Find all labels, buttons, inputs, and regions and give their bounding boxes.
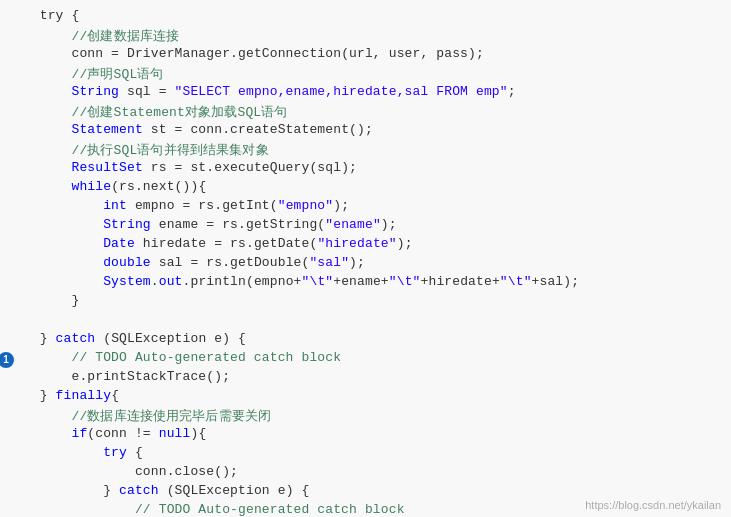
line-text: ResultSet rs = st.executeQuery(sql); <box>8 160 357 175</box>
line-text: //执行SQL语句并得到结果集对象 <box>8 141 269 159</box>
line-text: while(rs.next()){ <box>8 179 206 194</box>
line-text: try { <box>8 8 79 23</box>
code-line <box>0 312 731 331</box>
code-line: System.out.println(empno+"\t"+ename+"\t"… <box>0 274 731 293</box>
code-line: try { <box>0 8 731 27</box>
line-text: // TODO Auto-generated catch block <box>8 502 405 517</box>
code-line: } catch (SQLExcepti​on e) { <box>0 331 731 350</box>
code-line: //创建Statement对象加载SQL语句 <box>0 103 731 122</box>
line-text: try { <box>8 445 143 460</box>
code-line: Date hiredate = rs.getDate("hiredate"); <box>0 236 731 255</box>
code-line: Statement st = conn.createStatement(); <box>0 122 731 141</box>
line-text: } catch (SQLExcepti​on e) { <box>8 483 309 498</box>
watermark: https://blog.csdn.net/ykailan <box>585 499 721 511</box>
code-line: while(rs.next()){ <box>0 179 731 198</box>
line-text: //创建数据库连接 <box>8 27 179 45</box>
line-text: conn.close(); <box>8 464 238 479</box>
code-line: double sal = rs.getDouble("sal"); <box>0 255 731 274</box>
code-line: int empno = rs.getInt("empno"); <box>0 198 731 217</box>
code-line: //创建数据库连接 <box>0 27 731 46</box>
line-text: Statement st = conn.createStatement(); <box>8 122 373 137</box>
line-text: //声明SQL语句 <box>8 65 164 83</box>
line-text: conn = DriverManager.getConnection(url, … <box>8 46 484 61</box>
code-editor: try { //创建数据库连接 conn = DriverManager.get… <box>0 0 731 517</box>
line-text: String ename = rs.getString("ename"); <box>8 217 397 232</box>
code-line: e.printStackTrace(); <box>0 369 731 388</box>
error-badge: 1 <box>0 352 14 368</box>
line-text: System.out.println(empno+"\t"+ename+"\t"… <box>8 274 579 289</box>
code-line: ResultSet rs = st.executeQuery(sql); <box>0 160 731 179</box>
line-text: if(conn != null){ <box>8 426 206 441</box>
line-text: String sql = "SELECT empno,ename,hiredat… <box>8 84 516 99</box>
line-text: // TODO Auto-generated catch block <box>8 350 341 365</box>
line-text: Date hiredate = rs.getDate("hiredate"); <box>8 236 413 251</box>
code-line: conn.close(); <box>0 464 731 483</box>
code-line: String ename = rs.getString("ename"); <box>0 217 731 236</box>
code-line: 1 // TODO Auto-generated catch block <box>0 350 731 369</box>
line-text: //数据库连接使用完毕后需要关闭 <box>8 407 271 425</box>
line-text: } catch (SQLExcepti​on e) { <box>8 331 246 346</box>
code-line: String sql = "SELECT empno,ename,hiredat… <box>0 84 731 103</box>
line-text: int empno = rs.getInt("empno"); <box>8 198 349 213</box>
line-text: e.printStackTrace(); <box>8 369 230 384</box>
code-line: try { <box>0 445 731 464</box>
code-line: if(conn != null){ <box>0 426 731 445</box>
code-line: //数据库连接使用完毕后需要关闭 <box>0 407 731 426</box>
code-line: conn = DriverManager.getConnection(url, … <box>0 46 731 65</box>
code-line: //执行SQL语句并得到结果集对象 <box>0 141 731 160</box>
code-line: //声明SQL语句 <box>0 65 731 84</box>
line-text: //创建Statement对象加载SQL语句 <box>8 103 288 121</box>
line-text: double sal = rs.getDouble("sal"); <box>8 255 365 270</box>
code-line: } finally{ <box>0 388 731 407</box>
code-line: } <box>0 293 731 312</box>
line-text: } <box>8 293 79 308</box>
line-text: } finally{ <box>8 388 119 403</box>
